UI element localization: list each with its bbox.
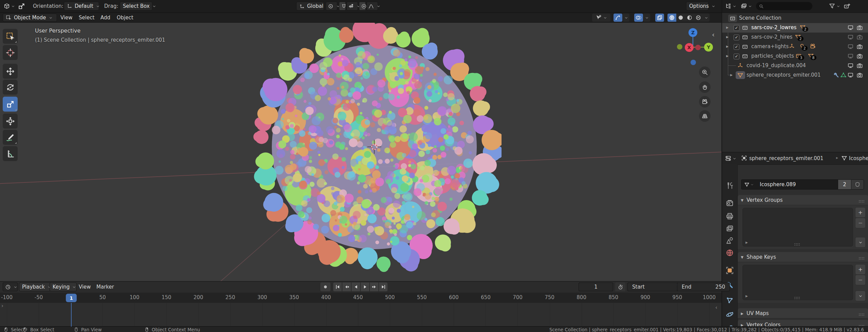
panel-expand-icon[interactable]: ▶ <box>738 312 747 315</box>
snap-target-dropdown[interactable] <box>346 2 358 11</box>
gizmo-axis-x-neg[interactable] <box>695 45 701 50</box>
show-overlays-toggle[interactable] <box>634 14 643 22</box>
panel-header-shape-keys[interactable]: ▼Shape Keys <box>738 252 868 262</box>
list-grip-icon[interactable] <box>794 295 800 298</box>
gizmo-axis-z[interactable]: Z <box>688 28 697 37</box>
shading-shade-solid[interactable] <box>676 14 685 22</box>
list-specials-button[interactable] <box>855 237 866 248</box>
collection-checkbox[interactable]: ✓ <box>734 25 739 31</box>
timeline-ruler[interactable]: -100-50501001502002503003504004505005506… <box>0 293 721 303</box>
record-button[interactable] <box>320 282 331 291</box>
gizmo-axis-y-neg[interactable] <box>677 44 682 50</box>
t-jump-end-button[interactable] <box>379 282 388 291</box>
outliner-row[interactable]: ▶sphere_receptors_emiter.001 <box>722 71 868 80</box>
panel-header-vertex-groups[interactable]: ▼Vertex Groups <box>738 195 868 205</box>
outliner-row[interactable]: covid-19_duplicate.004 <box>722 61 868 71</box>
collection-name[interactable]: Scene Collection <box>739 15 781 21</box>
list-expand-icon[interactable]: ▶ <box>746 241 748 244</box>
toggle-monitor[interactable] <box>847 43 854 51</box>
pivot-point-dropdown[interactable] <box>326 2 337 11</box>
gizmo-axis-y[interactable]: Y <box>704 43 713 52</box>
gizmo-axis-x[interactable]: X <box>685 43 694 52</box>
snap-toggle[interactable] <box>339 2 346 11</box>
shading-dropdown[interactable] <box>703 14 710 22</box>
panel-grip-icon[interactable] <box>858 198 865 202</box>
object-name[interactable]: sars-cov-2_lowres <box>751 24 796 31</box>
toggle-monitor[interactable] <box>847 53 854 61</box>
object-visibility-dropdown[interactable] <box>592 14 610 22</box>
mesh-datablock-dropdown[interactable] <box>741 179 756 190</box>
expand-left-icon[interactable]: › <box>1 303 3 309</box>
toggle-camera-photo[interactable] <box>856 43 863 51</box>
t-prev-key-button[interactable] <box>342 282 351 291</box>
expand-icon[interactable]: ▶ <box>726 45 729 48</box>
collection-checkbox[interactable]: ✓ <box>734 54 739 59</box>
playback-menu[interactable]: Playback <box>19 282 52 291</box>
playhead-line[interactable] <box>71 303 72 327</box>
expand-icon[interactable]: ▶ <box>730 73 733 77</box>
toggle-monitor[interactable] <box>847 72 854 80</box>
properties-tab-physics[interactable] <box>725 310 734 319</box>
expand-icon[interactable]: ▶ <box>726 35 729 39</box>
panel-header-uv-maps[interactable]: ▶UV Maps <box>738 308 868 318</box>
object-name[interactable]: sars-cov-2_hires <box>751 34 792 40</box>
toggle-camera-photo[interactable] <box>856 53 863 61</box>
toggle-camera-photo[interactable] <box>856 72 863 80</box>
proportional-editing-toggle[interactable] <box>359 2 366 11</box>
panel-grip-icon[interactable] <box>858 312 865 315</box>
panel-expand-icon[interactable]: ▼ <box>738 198 747 202</box>
collapse-right-icon[interactable]: ‹ <box>715 305 717 311</box>
panel-grip-icon[interactable] <box>858 255 865 259</box>
toggle-camera-photo[interactable] <box>856 24 863 32</box>
drag-dropdown[interactable]: Select Box <box>120 2 152 11</box>
editor-type-3d-viewport-icon[interactable] <box>3 3 10 9</box>
object-name[interactable]: covid-19_duplicate.004 <box>747 62 806 69</box>
list-grip-icon[interactable] <box>794 241 800 245</box>
list-expand-icon[interactable]: ▶ <box>746 294 748 298</box>
remove-item-button[interactable]: − <box>855 275 866 285</box>
toggle-monitor[interactable] <box>847 34 854 42</box>
gizmo-dropdown[interactable] <box>623 14 629 22</box>
outliner-row[interactable]: ▶✓sars-cov-2_hires2 <box>722 33 868 42</box>
ui-list[interactable]: ▶ <box>742 208 853 247</box>
outliner-row[interactable]: ▶✓sars-cov-2_lowres2 <box>722 23 868 33</box>
properties-tab-world[interactable] <box>725 249 734 257</box>
properties-tab-render[interactable] <box>725 199 734 208</box>
display-mode-icon[interactable] <box>740 3 747 9</box>
shading-shade-render[interactable] <box>694 14 703 22</box>
editor-type-timeline-dropdown[interactable] <box>3 282 18 291</box>
properties-tab-scene[interactable] <box>725 236 734 245</box>
menu-object[interactable]: Object <box>113 13 137 22</box>
object-name[interactable]: sphere_receptors_emiter.001 <box>747 72 821 78</box>
expand-icon[interactable]: ▶ <box>726 26 729 29</box>
collection-checkbox[interactable]: ✓ <box>734 44 739 50</box>
users-count-button[interactable]: 2 <box>838 179 851 190</box>
outliner-row[interactable]: ▶✓particles_objects38 <box>722 52 868 61</box>
keying-menu[interactable]: Keying <box>50 282 77 291</box>
toggle-camera-off[interactable] <box>856 34 863 42</box>
toolbar-tool-annotate[interactable] <box>3 130 18 145</box>
filter-icon[interactable] <box>829 3 835 9</box>
object-name[interactable]: camera+lights <box>751 43 789 50</box>
remove-item-button[interactable]: − <box>855 218 866 228</box>
view-menu[interactable]: View <box>79 284 91 290</box>
shading-shade-material[interactable] <box>685 14 694 22</box>
toolbar-tool-measure[interactable] <box>3 146 18 161</box>
toggle-wrench[interactable] <box>833 72 839 80</box>
add-item-button[interactable]: + <box>855 264 866 275</box>
toolbar-tool-cursor[interactable] <box>3 45 18 60</box>
toolbar-tool-scale[interactable] <box>3 97 18 112</box>
properties-tab-particles[interactable] <box>725 296 734 305</box>
outliner-row[interactable]: ▶✓camera+lights2 <box>722 42 868 52</box>
gizmo-axis-z-neg[interactable] <box>691 60 696 65</box>
t-jump-start-button[interactable] <box>333 282 342 291</box>
outliner-row-scene-collection[interactable]: Scene Collection <box>722 14 868 23</box>
collection-checkbox[interactable]: ✓ <box>734 35 739 40</box>
ui-list[interactable]: ▶ <box>742 265 853 300</box>
toolbar-tool-select-box[interactable] <box>3 29 18 44</box>
panel-expand-icon[interactable]: ▼ <box>738 255 747 259</box>
xray-toggle[interactable] <box>655 14 664 22</box>
falloff-dropdown[interactable] <box>366 2 378 11</box>
orientation-dropdown[interactable]: Default <box>64 2 99 11</box>
nav-grid-button[interactable] <box>699 110 711 122</box>
